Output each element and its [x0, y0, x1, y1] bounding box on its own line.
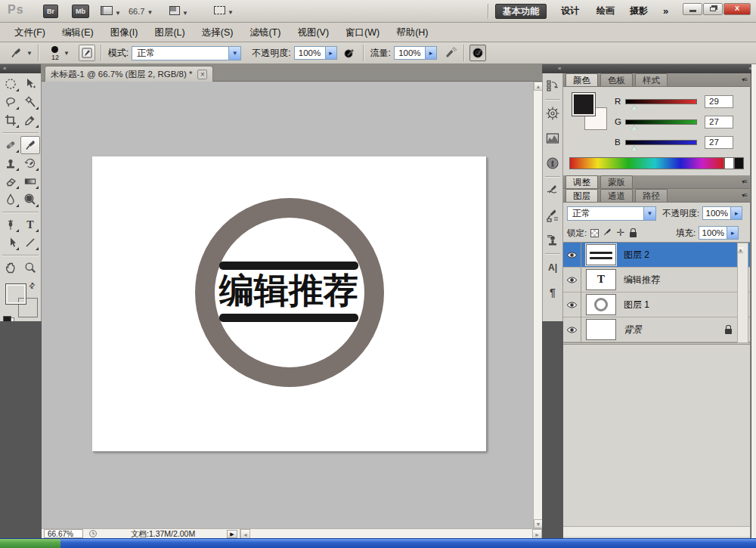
workspace-essentials-button[interactable]: 基本功能: [495, 4, 547, 19]
menu-window[interactable]: 窗口(W): [337, 24, 388, 41]
tab-channels[interactable]: 通道: [600, 189, 633, 202]
opacity-value[interactable]: 100%: [294, 46, 326, 60]
vertical-scrollbar[interactable]: ▲ ▼: [533, 82, 542, 528]
tab-styles[interactable]: 样式: [635, 73, 668, 86]
layer-thumbnail[interactable]: [586, 319, 616, 340]
opacity-field[interactable]: 100% ▸: [294, 46, 337, 60]
green-slider[interactable]: [625, 119, 697, 125]
status-zoom-field[interactable]: 66.67%: [44, 529, 83, 538]
flow-field[interactable]: 100% ▸: [394, 46, 437, 60]
layers-fill-value[interactable]: 100%: [699, 226, 727, 240]
layers-fill-arrow-icon[interactable]: ▸: [727, 226, 739, 240]
green-slider-handle[interactable]: [631, 122, 637, 130]
status-options-icon[interactable]: ▶: [227, 530, 237, 538]
elliptical-marquee-tool[interactable]: [1, 75, 20, 93]
layer-row-background[interactable]: 背景: [563, 317, 750, 342]
flow-slider-arrow-icon[interactable]: ▸: [426, 46, 437, 60]
tab-color[interactable]: 颜色: [565, 73, 598, 86]
layer-name[interactable]: 背景: [624, 324, 642, 336]
workspace-design-button[interactable]: 设计: [554, 4, 586, 19]
tools-panel-header[interactable]: «: [0, 64, 41, 73]
eyedropper-tool[interactable]: [20, 111, 40, 129]
guides-layout-icon[interactable]: ▼: [101, 6, 121, 17]
eraser-tool[interactable]: [1, 172, 20, 190]
airbrush-icon[interactable]: [442, 45, 458, 61]
panel-menu-icon[interactable]: ▾≡: [742, 76, 747, 83]
windows-taskbar[interactable]: [0, 538, 756, 548]
history-brush-tool[interactable]: [20, 154, 40, 172]
paragraph-panel-icon[interactable]: ¶: [543, 280, 562, 305]
chevron-down-icon[interactable]: ▼: [228, 47, 240, 60]
opacity-slider-arrow-icon[interactable]: ▸: [326, 46, 337, 60]
green-value-field[interactable]: 27: [705, 116, 733, 128]
layer-row-text[interactable]: T 编辑推荐: [563, 268, 750, 293]
status-timer-icon[interactable]: [88, 529, 98, 538]
move-tool[interactable]: [20, 75, 40, 93]
lasso-tool[interactable]: [1, 93, 20, 111]
red-slider[interactable]: [625, 99, 697, 104]
panel-resize-divider[interactable]: [563, 342, 750, 345]
document-tab[interactable]: 未标题-1 @ 66.7% (图层 2, RGB/8) * ×: [45, 66, 213, 82]
clone-source-panel-icon[interactable]: [543, 228, 562, 252]
brush-size-picker[interactable]: 12: [51, 46, 59, 60]
clone-stamp-tool[interactable]: [1, 154, 20, 172]
lock-position-icon[interactable]: ✛: [616, 227, 624, 238]
chevron-down-icon[interactable]: ▼: [643, 207, 655, 220]
menu-select[interactable]: 选择(S): [194, 24, 242, 41]
info-panel-icon[interactable]: i: [543, 150, 562, 175]
collapse-panels-icon[interactable]: «: [558, 64, 561, 73]
layer-name[interactable]: 编辑推荐: [624, 274, 660, 286]
layers-opacity-field[interactable]: 100% ▸: [702, 206, 742, 220]
pen-tool[interactable]: [1, 215, 20, 234]
blur-tool[interactable]: [1, 190, 20, 209]
canvas-area[interactable]: 编辑推荐: [42, 82, 533, 528]
flow-value[interactable]: 100%: [394, 46, 426, 60]
menu-view[interactable]: 视图(V): [289, 24, 337, 41]
blue-value-field[interactable]: 27: [705, 136, 733, 149]
red-slider-handle[interactable]: [631, 102, 637, 110]
layer-thumbnail[interactable]: [586, 294, 616, 315]
menu-file[interactable]: 文件(F): [6, 24, 54, 41]
tab-masks[interactable]: 蒙版: [600, 175, 633, 188]
layer-list-scrollbar[interactable]: ▲: [737, 243, 748, 343]
zoom-level-control[interactable]: 66.7▼: [129, 7, 153, 16]
bridge-button[interactable]: Br: [43, 5, 58, 18]
arrange-documents-icon[interactable]: ▼: [169, 6, 188, 17]
hand-tool[interactable]: [1, 259, 20, 277]
foreground-color-swatch[interactable]: [6, 284, 26, 304]
menu-edit[interactable]: 编辑(E): [54, 24, 102, 41]
brush-preset-caret-icon[interactable]: ▼: [26, 50, 33, 57]
white-ramp-swatch[interactable]: [724, 157, 734, 169]
menu-filter[interactable]: 滤镜(T): [241, 24, 289, 41]
layer-name[interactable]: 图层 1: [624, 299, 649, 311]
swap-colors-icon[interactable]: ⇄: [26, 280, 37, 291]
scroll-up-icon[interactable]: ▲: [738, 247, 743, 253]
blue-slider[interactable]: [625, 140, 697, 145]
minibridge-button[interactable]: Mb: [72, 5, 89, 18]
brush-tool[interactable]: [20, 136, 40, 154]
history-panel-icon[interactable]: [543, 73, 562, 98]
character-panel-icon[interactable]: A|: [543, 255, 562, 280]
line-tool[interactable]: [20, 234, 40, 252]
workspace-overflow-button[interactable]: »: [656, 4, 675, 19]
tab-adjustments[interactable]: 调整: [565, 175, 598, 188]
layers-opacity-value[interactable]: 100%: [702, 206, 731, 220]
black-ramp-swatch[interactable]: [734, 157, 744, 169]
panel-foreground-swatch[interactable]: [572, 93, 595, 116]
menu-image[interactable]: 图像(I): [102, 24, 147, 41]
layer-name[interactable]: 图层 2: [624, 249, 649, 262]
brush-size-caret-icon[interactable]: ▼: [64, 50, 70, 57]
visibility-toggle[interactable]: [563, 268, 581, 293]
type-tool[interactable]: T: [20, 215, 40, 234]
brushes-panel-icon[interactable]: [543, 203, 562, 228]
taskbar-start-segment[interactable]: [0, 539, 60, 548]
histogram-panel-icon[interactable]: [543, 125, 562, 150]
panel-menu-icon[interactable]: ▾≡: [742, 192, 747, 199]
blue-slider-handle[interactable]: [631, 143, 637, 150]
lock-pixels-icon[interactable]: [603, 228, 612, 239]
layer-thumbnail[interactable]: [586, 244, 616, 265]
minimize-button[interactable]: [683, 3, 702, 15]
menu-layer[interactable]: 图层(L): [146, 24, 193, 41]
menu-help[interactable]: 帮助(H): [388, 24, 436, 41]
layers-opacity-arrow-icon[interactable]: ▸: [731, 206, 742, 220]
